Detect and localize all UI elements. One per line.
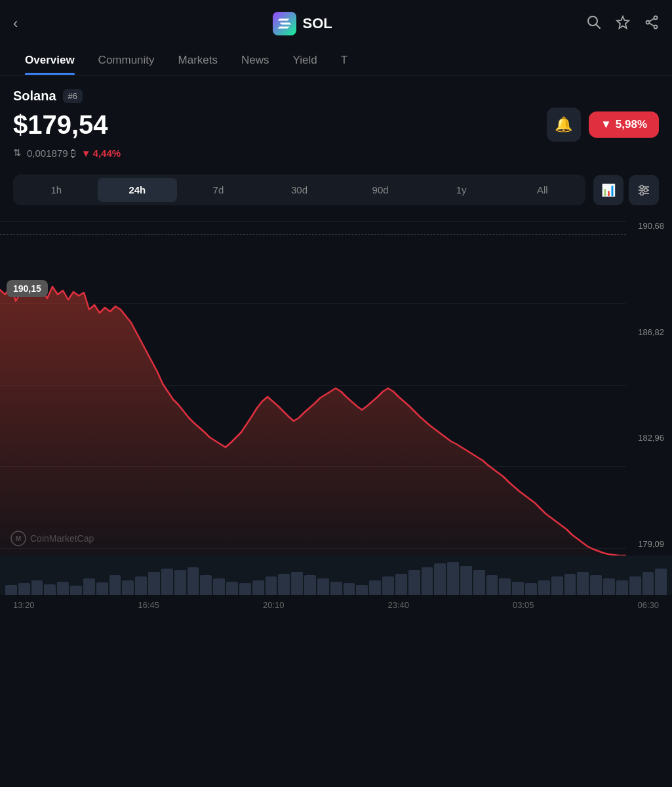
rank-badge: #6 <box>63 89 83 103</box>
cmc-watermark: M CoinMarketCap <box>10 531 94 546</box>
tab-community[interactable]: Community <box>87 45 167 75</box>
period-all[interactable]: All <box>502 178 582 202</box>
volume-bar <box>577 572 589 595</box>
x-label-6: 06:30 <box>637 600 659 610</box>
header-right <box>587 15 659 33</box>
volume-bar <box>226 582 238 595</box>
x-label-2: 16:45 <box>138 600 159 610</box>
tab-markets[interactable]: Markets <box>167 45 229 75</box>
period-1h[interactable]: 1h <box>16 178 96 202</box>
volume-bar <box>161 569 173 595</box>
coin-name-row: Solana #6 <box>13 89 659 104</box>
volume-bar <box>188 567 199 595</box>
period-1y[interactable]: 1y <box>422 178 502 202</box>
volume-bar <box>317 578 329 595</box>
volume-bar <box>590 575 602 595</box>
candle-chart-button[interactable]: 📊 <box>593 175 623 205</box>
y-label-4: 179,09 <box>638 539 664 549</box>
change-percent: 5,98% <box>616 118 647 131</box>
svg-point-5 <box>646 20 650 24</box>
volume-bar <box>213 578 225 595</box>
volume-bar <box>408 570 420 595</box>
svg-marker-2 <box>617 16 629 28</box>
btc-price: 0,001879 ₿ <box>27 148 76 159</box>
y-label-1: 190,68 <box>638 221 664 231</box>
volume-bar <box>538 580 550 595</box>
star-icon[interactable] <box>616 15 630 33</box>
candle-icon: 📊 <box>601 183 616 197</box>
header-left: ‹ <box>13 15 18 32</box>
period-90d[interactable]: 90d <box>340 178 420 202</box>
svg-line-7 <box>649 23 654 26</box>
y-label-3: 182,96 <box>638 433 664 443</box>
price-chart[interactable]: 190,68 186,82 182,96 179,09 190,15 <box>0 214 672 555</box>
tab-overview[interactable]: Overview <box>13 45 87 75</box>
volume-bar <box>642 572 654 595</box>
volume-bar <box>239 583 251 595</box>
x-labels: 13:20 16:45 20:10 23:40 03:05 06:30 <box>0 595 672 615</box>
volume-bar <box>330 582 342 595</box>
high-price-line <box>0 234 626 235</box>
volume-bar <box>278 574 290 595</box>
volume-bar <box>525 583 537 595</box>
price-tag: 190,15 <box>7 280 48 297</box>
volume-bar <box>395 574 407 595</box>
sol-logo <box>273 12 296 35</box>
coin-name: Solana <box>13 89 56 104</box>
volume-bar <box>629 576 641 595</box>
header-center: SOL <box>273 12 332 35</box>
period-24h[interactable]: 24h <box>98 178 178 202</box>
volume-section <box>0 555 672 595</box>
period-7d[interactable]: 7d <box>178 178 258 202</box>
tab-yield[interactable]: Yield <box>281 45 329 75</box>
tab-news[interactable]: News <box>229 45 281 75</box>
change-direction: ▼ <box>601 118 612 131</box>
volume-bar <box>83 578 95 595</box>
price-right: 🔔 ▼ 5,98% <box>547 108 659 142</box>
share-icon[interactable] <box>644 15 659 33</box>
price-row: $179,54 🔔 ▼ 5,98% <box>13 108 659 142</box>
volume-bar <box>200 575 212 595</box>
volume-bar <box>148 572 160 595</box>
settings-chart-button[interactable] <box>629 175 659 205</box>
svg-point-12 <box>644 188 648 192</box>
bell-button[interactable]: 🔔 <box>547 108 581 142</box>
volume-bar <box>18 583 30 595</box>
volume-bar <box>356 585 368 595</box>
volume-bar <box>266 576 277 595</box>
x-label-3: 20:10 <box>263 600 285 610</box>
x-label-1: 13:20 <box>13 600 35 610</box>
period-30d[interactable]: 30d <box>260 178 340 202</box>
volume-bar <box>44 584 56 595</box>
back-button[interactable]: ‹ <box>13 15 18 32</box>
volume-bar <box>499 578 511 595</box>
volume-bar <box>473 570 485 595</box>
bell-icon: 🔔 <box>555 116 572 133</box>
search-icon[interactable] <box>587 15 601 33</box>
transfer-icon: ⇅ <box>13 147 22 159</box>
x-label-4: 23:40 <box>387 600 409 610</box>
volume-bar <box>96 582 108 595</box>
header: ‹ SOL <box>0 0 672 45</box>
volume-bar <box>291 572 303 595</box>
svg-line-1 <box>597 24 601 28</box>
svg-point-11 <box>641 185 644 188</box>
cmc-logo-icon: M <box>10 531 26 546</box>
volume-bar <box>655 569 667 595</box>
period-buttons: 1h 24h 7d 30d 90d 1y All <box>13 174 585 205</box>
svg-line-6 <box>649 18 654 22</box>
btc-change: ▼ 4,44% <box>81 148 121 159</box>
volume-bar <box>109 575 121 595</box>
volume-bar <box>70 586 82 595</box>
price-main: $179,54 <box>13 110 108 140</box>
volume-bar <box>512 582 524 595</box>
tab-more[interactable]: T <box>329 45 359 75</box>
volume-bar <box>135 576 147 595</box>
volume-bar <box>564 574 576 595</box>
change-badge: ▼ 5,98% <box>589 111 659 138</box>
volume-bar <box>31 580 43 595</box>
period-selector: 1h 24h 7d 30d 90d 1y All 📊 <box>0 165 672 214</box>
volume-bar <box>304 575 316 595</box>
cmc-label: CoinMarketCap <box>30 533 94 544</box>
volume-bar <box>603 578 615 595</box>
